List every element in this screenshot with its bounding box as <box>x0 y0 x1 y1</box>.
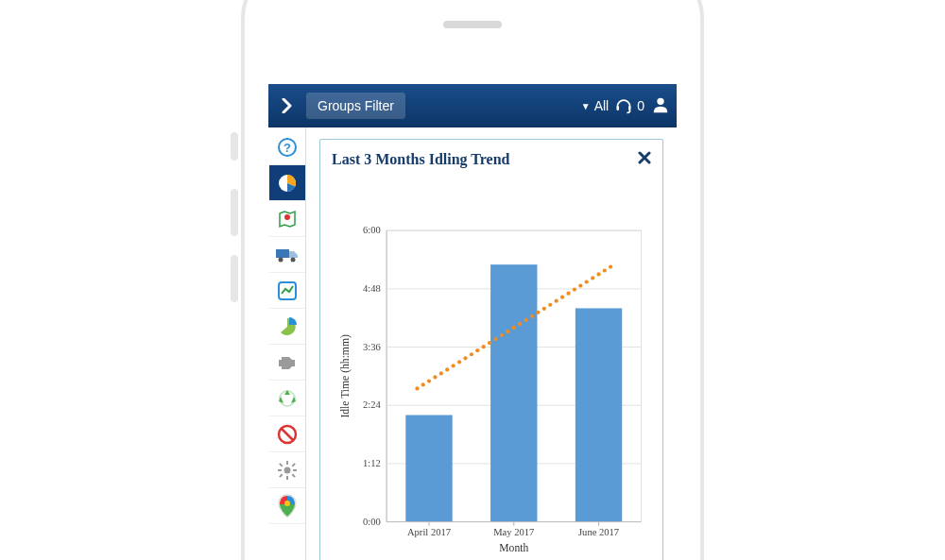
card-close-button[interactable] <box>638 149 651 169</box>
user-icon <box>650 94 671 115</box>
svg-rect-22 <box>291 463 295 467</box>
phone-mute-button <box>231 132 238 161</box>
svg-point-6 <box>284 214 290 220</box>
dropdown-caret-icon: ▼ <box>581 101 591 111</box>
chevron-right-icon <box>280 98 295 113</box>
prohibit-icon <box>276 423 299 446</box>
svg-point-63 <box>524 318 527 322</box>
groups-filter-label: Groups Filter <box>318 98 394 113</box>
svg-point-77 <box>415 386 419 390</box>
sidebar-item-settings[interactable] <box>269 452 305 488</box>
svg-rect-19 <box>279 463 283 467</box>
svg-text:2:24: 2:24 <box>363 399 381 410</box>
svg-point-49 <box>445 367 449 371</box>
sidebar: ? <box>268 127 306 560</box>
svg-point-68 <box>555 299 558 303</box>
svg-point-73 <box>585 280 589 283</box>
svg-point-71 <box>573 287 576 291</box>
svg-point-62 <box>518 322 522 326</box>
sidebar-item-help[interactable]: ? <box>269 129 305 165</box>
sidebar-item-trend[interactable] <box>269 273 305 309</box>
svg-point-78 <box>603 268 607 272</box>
recycle-icon <box>276 387 299 410</box>
svg-rect-7 <box>276 249 289 258</box>
svg-point-57 <box>493 337 497 341</box>
idling-trend-chart: 0:001:122:243:364:486:00April 2017May 20… <box>332 175 651 560</box>
svg-point-72 <box>578 283 582 287</box>
menu-toggle-button[interactable] <box>274 93 301 119</box>
map-pin-icon <box>276 208 299 230</box>
pie-chart-icon <box>276 172 299 195</box>
svg-point-75 <box>596 272 600 276</box>
svg-text:Idle Time (hh:mm): Idle Time (hh:mm) <box>339 334 352 417</box>
svg-point-67 <box>548 303 552 307</box>
scope-dropdown[interactable]: ▼ All <box>581 98 609 113</box>
svg-point-56 <box>488 341 491 345</box>
headset-icon <box>614 96 633 115</box>
svg-text:May 2017: May 2017 <box>493 527 534 537</box>
svg-point-51 <box>457 360 461 364</box>
svg-point-46 <box>427 379 431 382</box>
pie-slice-icon <box>276 315 299 338</box>
svg-rect-21 <box>279 473 283 477</box>
sidebar-item-engine[interactable] <box>269 345 305 381</box>
svg-rect-17 <box>278 469 282 471</box>
groups-filter-button[interactable]: Groups Filter <box>306 93 405 119</box>
truck-icon <box>275 246 300 264</box>
svg-point-61 <box>512 326 516 330</box>
svg-point-8 <box>278 257 283 262</box>
phone-frame: Groups Filter ▼ All 0 <box>241 0 704 560</box>
svg-point-14 <box>284 467 290 473</box>
app-header: Groups Filter ▼ All 0 <box>268 84 677 127</box>
profile-button[interactable] <box>650 94 671 118</box>
svg-point-70 <box>566 292 570 296</box>
help-icon: ? <box>276 136 299 159</box>
location-colored-icon <box>276 493 299 519</box>
card-title: Last 3 Months Idling Trend <box>332 151 510 168</box>
svg-text:?: ? <box>284 141 291 155</box>
svg-rect-20 <box>291 473 295 477</box>
close-icon <box>638 151 651 164</box>
svg-point-55 <box>482 345 486 348</box>
svg-text:6:00: 6:00 <box>363 225 381 235</box>
notification-count: 0 <box>637 98 644 113</box>
svg-text:4:48: 4:48 <box>363 283 381 294</box>
engine-icon <box>275 352 300 373</box>
svg-point-59 <box>506 330 509 333</box>
support-button[interactable]: 0 <box>614 96 644 115</box>
svg-point-47 <box>433 375 437 379</box>
svg-point-52 <box>463 356 467 360</box>
svg-rect-43 <box>576 308 622 521</box>
svg-rect-0 <box>617 106 620 110</box>
sidebar-item-fleet[interactable] <box>269 237 305 273</box>
svg-rect-18 <box>293 469 297 471</box>
gear-icon <box>276 459 299 482</box>
svg-text:3:36: 3:36 <box>363 342 381 352</box>
svg-point-2 <box>657 97 663 104</box>
svg-line-13 <box>281 428 293 440</box>
svg-point-69 <box>560 296 564 299</box>
svg-text:0:00: 0:00 <box>363 517 381 527</box>
card-header: Last 3 Months Idling Trend <box>332 149 651 169</box>
svg-point-23 <box>284 501 290 506</box>
phone-volume-down-button <box>231 255 238 302</box>
svg-point-53 <box>470 352 473 356</box>
svg-point-50 <box>452 364 455 367</box>
svg-point-9 <box>290 257 295 262</box>
scope-dropdown-value: All <box>594 98 610 113</box>
svg-rect-1 <box>628 106 631 110</box>
sidebar-item-map[interactable] <box>269 201 305 237</box>
svg-rect-40 <box>490 264 537 521</box>
svg-point-66 <box>542 307 546 311</box>
idling-trend-card: Last 3 Months Idling Trend 0:001:122:243… <box>319 139 663 560</box>
sidebar-item-dashboard[interactable] <box>269 165 305 201</box>
svg-rect-15 <box>286 461 288 465</box>
app-body: ? <box>268 127 677 560</box>
sidebar-item-pin-colored[interactable] <box>269 488 305 524</box>
sidebar-item-pie-report[interactable] <box>269 309 305 345</box>
sidebar-item-recycle[interactable] <box>269 381 305 416</box>
line-chart-icon <box>276 280 299 302</box>
svg-rect-37 <box>405 416 452 522</box>
svg-text:April 2017: April 2017 <box>407 527 451 537</box>
sidebar-item-prohibit[interactable] <box>269 416 305 452</box>
